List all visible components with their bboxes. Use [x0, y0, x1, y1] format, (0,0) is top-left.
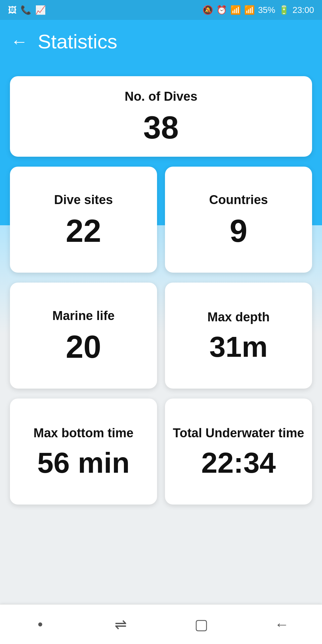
page-title: Statistics [38, 30, 117, 53]
countries-card: Countries 9 [165, 167, 312, 273]
wifi-icon: 📶 [230, 5, 241, 15]
countries-label: Countries [209, 193, 268, 207]
marine-life-label: Marine life [52, 309, 115, 323]
row-2-grid: Marine life 20 Max depth 31m [10, 283, 312, 389]
bottom-nav: • ⇌ ▢ ← [0, 604, 322, 644]
total-underwater-time-value: 22:34 [201, 448, 276, 477]
content-area: No. of Dives 38 Dive sites 22 Countries … [0, 63, 322, 604]
back-button[interactable]: ← [11, 31, 28, 51]
dive-sites-value: 22 [66, 215, 101, 247]
chart-icon: 📈 [35, 5, 46, 15]
max-depth-value: 31m [209, 332, 268, 361]
alarm-icon: ⏰ [216, 5, 227, 15]
dives-label: No. of Dives [125, 89, 197, 104]
total-underwater-time-card: Total Underwater time 22:34 [165, 399, 312, 505]
gallery-icon: 🖼 [8, 5, 17, 15]
nav-dot-button[interactable]: • [27, 611, 54, 638]
signal-icon: 📶 [244, 5, 255, 15]
app-bar: ← Statistics [0, 20, 322, 63]
max-bottom-time-card: Max bottom time 56 min [10, 399, 157, 505]
dive-sites-card: Dive sites 22 [10, 167, 157, 273]
dives-value: 38 [143, 112, 179, 143]
battery-level: 35% [258, 5, 275, 15]
marine-life-card: Marine life 20 [10, 283, 157, 389]
row-3-grid: Max bottom time 56 min Total Underwater … [10, 399, 312, 505]
max-bottom-time-value: 56 min [37, 448, 130, 477]
nav-back-button[interactable]: ← [269, 611, 295, 638]
row-1-grid: Dive sites 22 Countries 9 [10, 167, 312, 273]
total-underwater-time-label: Total Underwater time [173, 426, 304, 440]
status-bar-right: 🔕 ⏰ 📶 📶 35% 🔋 23:00 [202, 5, 314, 15]
battery-icon: 🔋 [279, 5, 289, 15]
nav-recent-apps-button[interactable]: ⇌ [108, 611, 134, 638]
max-bottom-time-label: Max bottom time [33, 426, 134, 440]
phone-icon: 📞 [21, 5, 31, 15]
dives-card: No. of Dives 38 [10, 76, 312, 157]
countries-value: 9 [230, 215, 247, 247]
nav-home-button[interactable]: ▢ [188, 611, 215, 638]
mute-icon: 🔕 [202, 5, 213, 15]
marine-life-value: 20 [66, 331, 101, 363]
status-bar: 🖼 📞 📈 🔕 ⏰ 📶 📶 35% 🔋 23:00 [0, 0, 322, 20]
max-depth-label: Max depth [207, 310, 270, 324]
max-depth-card: Max depth 31m [165, 283, 312, 389]
status-bar-left-icons: 🖼 📞 📈 [8, 5, 46, 15]
dive-sites-label: Dive sites [54, 193, 113, 207]
time-display: 23:00 [293, 5, 314, 15]
